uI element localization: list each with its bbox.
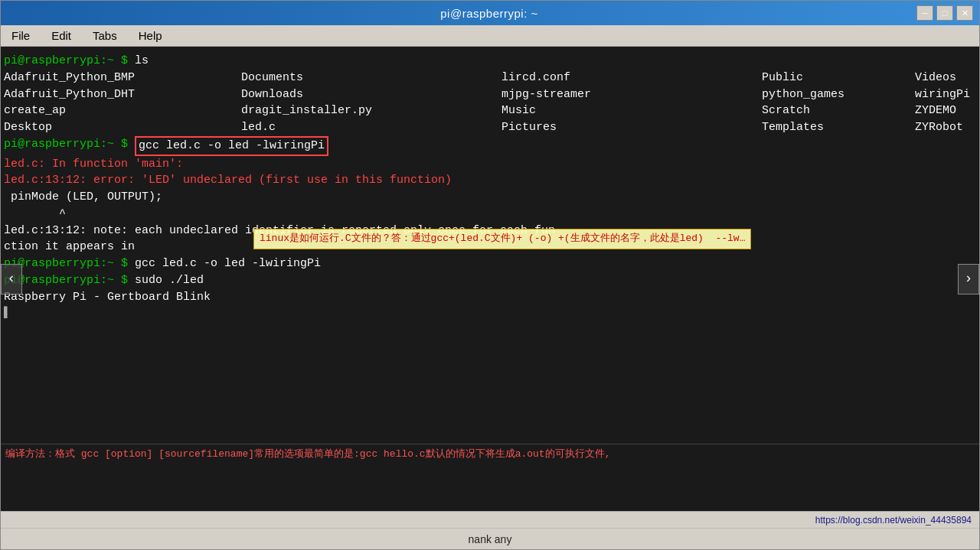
- error-line-1: led.c: In function 'main':: [4, 156, 976, 173]
- prompt-gcc2: pi@raspberrypi:~ $: [4, 255, 135, 272]
- menu-bar: File Edit Tabs Help: [1, 25, 979, 47]
- ls-col2-r1: Documents: [241, 70, 501, 86]
- maximize-button[interactable]: □: [936, 5, 953, 21]
- menu-edit[interactable]: Edit: [41, 27, 82, 44]
- ls-col2-r4: led.c: [241, 119, 501, 136]
- ls-col2-r2: Downloads: [241, 86, 501, 103]
- error-caret-line: ^: [4, 206, 976, 223]
- ls-col3-r3: Music: [501, 103, 762, 119]
- menu-help[interactable]: Help: [128, 27, 173, 44]
- minimize-button[interactable]: ─: [916, 5, 933, 21]
- command-text: ls: [135, 53, 149, 70]
- ls-col5-r1: Videos: [915, 70, 956, 86]
- ls-output: Adafruit_Python_BMP Documents lircd.conf…: [4, 70, 976, 136]
- cursor-line: ▌: [4, 305, 976, 322]
- terminal-line-gcc: pi@raspberrypi:~ $ gcc led.c -o led -lwi…: [4, 136, 976, 156]
- program-output: Raspberry Pi - Gertboard Blink: [4, 289, 976, 306]
- nav-left-arrow[interactable]: ‹: [1, 264, 22, 295]
- ls-col4-r3: Scratch: [762, 103, 915, 119]
- ls-col3-r2: mjpg-streamer: [501, 86, 762, 103]
- url-display: https://blog.csdn.net/weixin_44435894: [815, 515, 972, 526]
- terminal-window: pi@raspberrypi: ~ ─ □ ✕ File Edit Tabs H…: [0, 0, 980, 550]
- ls-col4-r1: Public: [762, 70, 915, 86]
- ls-col1-r4: Desktop: [4, 119, 241, 136]
- title-bar: pi@raspberrypi: ~ ─ □ ✕: [1, 1, 979, 25]
- ls-col4-r2: python_games: [762, 86, 915, 103]
- ls-col5-r2: wiringPi: [915, 86, 970, 103]
- ls-col5-r4: ZYRobot: [915, 119, 963, 136]
- window-controls: ─ □ ✕: [916, 5, 973, 21]
- ls-col3-r1: lircd.conf: [501, 70, 762, 86]
- bottom-annotation: 编译方法：格式 gcc [option] [sourcefilename]常用的…: [1, 444, 979, 465]
- bottom-status-bar: https://blog.csdn.net/weixin_44435894: [1, 511, 979, 528]
- ls-col2-r3: dragit_installer.py: [241, 103, 501, 119]
- tooltip-overlay: linux是如何运行.C文件的？答：通过gcc+(led.C文件)+ (-o) …: [253, 229, 751, 249]
- ls-col5-r3: ZYDEMO: [915, 103, 956, 119]
- menu-tabs[interactable]: Tabs: [82, 27, 128, 44]
- prompt: pi@raspberrypi:~ $: [4, 53, 135, 70]
- ls-col4-r4: Templates: [762, 119, 915, 136]
- close-button[interactable]: ✕: [956, 5, 973, 21]
- window-title: pi@raspberrypi: ~: [62, 7, 916, 20]
- highlighted-command: gcc led.c -o led -lwiringPi: [135, 136, 328, 156]
- ls-col1-r2: Adafruit_Python_DHT: [4, 86, 241, 103]
- cmd-sudo: sudo ./led: [135, 272, 204, 289]
- nav-right-arrow[interactable]: ›: [958, 264, 979, 295]
- prompt-gcc: pi@raspberrypi:~ $: [4, 136, 135, 156]
- error-line-2: led.c:13:12: error: 'LED' undeclared (fi…: [4, 172, 976, 189]
- subtitle-text: nank any: [469, 533, 512, 545]
- terminal-area[interactable]: pi@raspberrypi:~ $ ls Adafruit_Python_BM…: [1, 47, 979, 511]
- terminal-line: pi@raspberrypi:~ $ ls: [4, 53, 976, 70]
- ls-col3-r4: Pictures: [501, 119, 762, 136]
- ls-col1-r1: Adafruit_Python_BMP: [4, 70, 241, 86]
- menu-file[interactable]: File: [1, 27, 41, 44]
- error-detail-line: pinMode (LED, OUTPUT);: [4, 189, 976, 206]
- cmd-gcc2: gcc led.c -o led -lwiringPi: [135, 255, 321, 272]
- terminal-line-gcc2: pi@raspberrypi:~ $ gcc led.c -o led -lwi…: [4, 255, 976, 272]
- prompt-sudo: pi@raspberrypi:~ $: [4, 272, 135, 289]
- terminal-line-sudo: pi@raspberrypi:~ $ sudo ./led: [4, 272, 976, 289]
- subtitle-bar: nank any: [1, 528, 979, 549]
- ls-col1-r3: create_ap: [4, 103, 241, 119]
